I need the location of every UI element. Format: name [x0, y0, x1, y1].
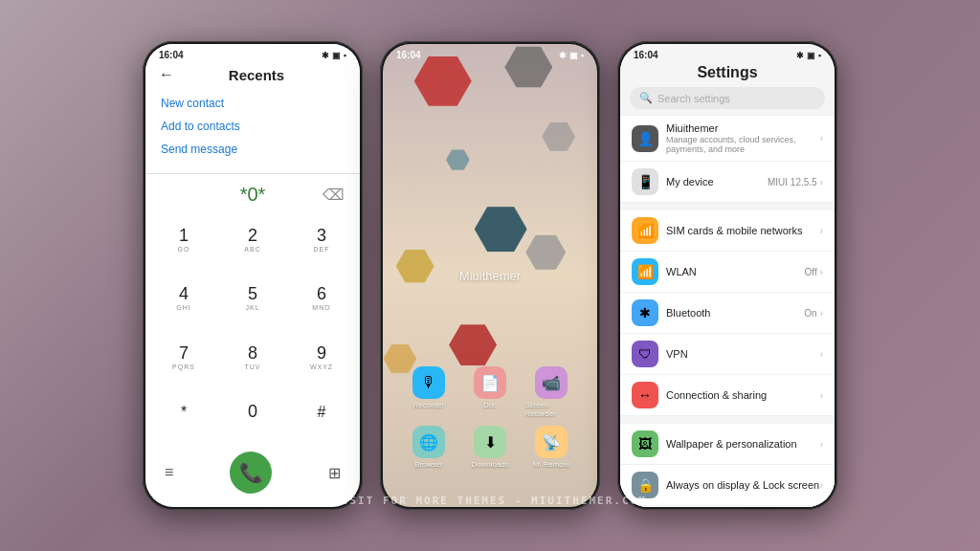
signal-icon-1: ▣ [332, 51, 341, 60]
settings-item[interactable]: 🔒 Always on display & Lock screen › [620, 465, 835, 506]
settings-item-content: Always on display & Lock screen [666, 479, 820, 491]
app-label: Doc [483, 401, 497, 409]
phone-home: 16:04 ✱ ▣ ▪ Miuithemer 🎙 Recorder 📄 Doc … [380, 41, 600, 510]
app-icon: ⬇ [474, 426, 506, 458]
chevron-icon: › [820, 177, 823, 187]
dial-key-2[interactable]: 2ABC [218, 211, 287, 270]
settings-item-content: Miuithemer Manage accounts, cloud servic… [666, 122, 820, 154]
home-app-item[interactable]: 📹 Screen Recorder [524, 366, 578, 418]
status-icons-2: ✱ ▣ ▪ [559, 51, 584, 60]
settings-item[interactable]: 📱 My device MIUI 12.5.5 › [620, 162, 835, 203]
settings-item-sub: Manage accounts, cloud services, payment… [666, 135, 820, 154]
delete-icon[interactable]: ⌫ [323, 186, 345, 204]
settings-item-value: On [804, 308, 816, 319]
settings-title: Settings [620, 62, 835, 87]
chevron-icon: › [820, 480, 823, 491]
new-contact-link[interactable]: New contact [161, 97, 345, 110]
hexagon-shape [396, 250, 434, 283]
dialpad-icon[interactable]: ⊞ [328, 464, 341, 482]
settings-item-title: Wallpaper & personalization [666, 438, 820, 450]
dial-key-star[interactable]: * [149, 387, 218, 446]
settings-item[interactable]: ✱ Bluetooth On › [620, 293, 835, 334]
settings-item-value: MIUI 12.5.5 [768, 177, 817, 187]
bluetooth-icon-1: ✱ [322, 51, 329, 60]
app-label: Recorder [413, 401, 445, 409]
chevron-icon: › [820, 308, 823, 319]
dial-key-hash[interactable]: # [287, 387, 356, 446]
settings-item-title: My device [666, 176, 768, 187]
dial-key-1[interactable]: 1GO [149, 211, 218, 270]
home-app-item[interactable]: 📡 Mi Remote [524, 426, 578, 469]
settings-spacer [620, 203, 835, 210]
dial-key-5[interactable]: 5JKL [218, 270, 287, 328]
settings-item-content: Connection & sharing [666, 389, 820, 401]
hexagon-shape [525, 235, 566, 270]
search-placeholder: Search settings [657, 93, 730, 104]
home-apps-grid: 🎙 Recorder 📄 Doc 📹 Screen Recorder 🌐 Bro… [383, 366, 597, 469]
add-to-contacts-link[interactable]: Add to contacts [161, 120, 345, 133]
settings-item-content: SIM cards & mobile networks [666, 225, 820, 236]
settings-search-bar[interactable]: 🔍 Search settings [630, 87, 825, 109]
settings-item[interactable]: ☀ Display › [620, 506, 835, 507]
settings-item-right: Off › [805, 267, 824, 277]
chevron-icon: › [820, 439, 823, 450]
settings-item-title: Always on display & Lock screen [666, 479, 820, 491]
home-app-item[interactable]: 🎙 Recorder [402, 366, 456, 418]
home-label: Miuithemer [459, 269, 521, 283]
settings-item-icon: 👤 [632, 125, 658, 152]
app-icon: 📄 [474, 366, 506, 399]
app-icon: 📡 [535, 426, 568, 458]
hexagon-shape [449, 324, 497, 365]
dial-key-0[interactable]: 0 [218, 387, 287, 446]
settings-item[interactable]: 📶 SIM cards & mobile networks › [620, 210, 835, 252]
recents-header: ← Recents [145, 62, 360, 89]
bluetooth-icon-2: ✱ [559, 51, 567, 60]
settings-item-title: Connection & sharing [666, 389, 820, 401]
phone-settings: 16:04 ✱ ▣ ▪ Settings 🔍 Search settings 👤… [617, 41, 837, 510]
chevron-icon: › [820, 267, 823, 277]
settings-item[interactable]: 👤 Miuithemer Manage accounts, cloud serv… [620, 115, 835, 162]
settings-list: 👤 Miuithemer Manage accounts, cloud serv… [620, 115, 835, 507]
battery-icon-1: ▪ [344, 51, 346, 60]
status-time-1: 16:04 [159, 50, 184, 60]
settings-item[interactable]: 📶 WLAN Off › [620, 252, 835, 293]
app-label: Mi Remote [533, 460, 570, 469]
signal-icon-3: ▣ [807, 51, 815, 60]
hexagon-shape [446, 149, 470, 170]
dial-key-8[interactable]: 8TUV [218, 329, 287, 387]
hexagon-shape [542, 122, 575, 151]
menu-icon[interactable]: ≡ [165, 464, 173, 481]
home-app-item[interactable]: 🌐 Browser [402, 426, 456, 469]
settings-item[interactable]: ↔ Connection & sharing › [620, 375, 835, 416]
chevron-icon: › [820, 226, 823, 236]
settings-item-right: › [820, 133, 823, 143]
status-icons-1: ✱ ▣ ▪ [322, 51, 346, 60]
dial-key-3[interactable]: 3DEF [287, 211, 356, 270]
settings-item[interactable]: 🛡 VPN › [620, 334, 835, 375]
dial-key-6[interactable]: 6MNO [287, 270, 356, 328]
settings-item-right: › [820, 439, 823, 450]
settings-item-title: Bluetooth [666, 307, 804, 319]
settings-item-icon: ↔ [632, 382, 658, 408]
status-bar-3: 16:04 ✱ ▣ ▪ [620, 44, 835, 62]
app-label: Downloads [471, 460, 509, 469]
home-app-item[interactable]: 📄 Doc [463, 366, 517, 418]
settings-item-icon: 📶 [632, 258, 658, 285]
settings-item-right: › [820, 226, 823, 236]
call-button[interactable]: 📞 [230, 452, 272, 494]
send-message-link[interactable]: Send message [161, 143, 345, 156]
bluetooth-icon-3: ✱ [796, 51, 804, 60]
dial-key-4[interactable]: 4GHI [149, 270, 218, 328]
settings-item-right: › [820, 390, 823, 401]
settings-item-right: › [820, 480, 823, 491]
settings-item[interactable]: 🖼 Wallpaper & personalization › [620, 424, 835, 465]
back-arrow-icon[interactable]: ← [159, 66, 174, 83]
dial-key-7[interactable]: 7PQRS [149, 329, 218, 387]
dial-key-9[interactable]: 9WXYZ [287, 329, 356, 387]
app-label: Screen Recorder [524, 401, 578, 418]
settings-item-content: VPN [666, 348, 820, 360]
settings-item-icon: 📱 [632, 168, 658, 195]
chevron-icon: › [820, 349, 823, 360]
home-app-item[interactable]: ⬇ Downloads [463, 426, 517, 469]
call-icon: 📞 [239, 461, 263, 484]
